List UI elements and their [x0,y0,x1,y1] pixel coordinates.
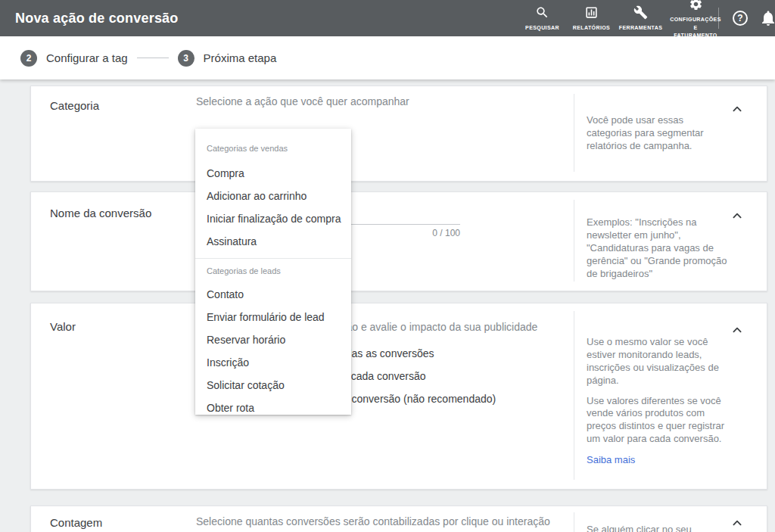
dropdown-item-solicitar-cotacao[interactable]: Solicitar cotação [195,374,351,397]
help-button[interactable]: ? [731,9,749,27]
help-icon: ? [731,17,749,30]
page-title: Nova ação de conversão [15,0,179,36]
settings-icon [689,0,703,14]
char-counter: 0 / 100 [392,228,460,238]
chevron-up-icon [729,213,745,226]
step-connector [137,58,169,58]
nav-divider [718,8,719,29]
contagem-collapse-button[interactable] [729,515,745,531]
step-configure-tag[interactable]: 2 Configurar a tag [20,50,128,67]
chevron-up-icon [729,107,745,120]
contagem-help-text: Se alguém clicar no seu [587,524,730,532]
dropdown-item-obter-rota[interactable]: Obter rota [195,397,351,415]
step-next[interactable]: 3 Próxima etapa [178,50,277,67]
search-icon [535,5,549,23]
valor-help-text-1: Use o mesmo valor se você estiver monito… [587,336,730,387]
dropdown-item-contato[interactable]: Contato [195,283,351,306]
panel-divider [574,311,574,480]
app-bar: Nova ação de conversão PESQUISAR RELATÓR… [0,0,775,36]
nav-settings-billing-label: CONFIGURAÇÕES E FATURAMENTO [670,16,721,41]
dropdown-item-enviar-formulario[interactable]: Enviar formulário de lead [195,306,351,328]
svg-text:?: ? [737,13,742,23]
dropdown-item-compra[interactable]: Compra [195,162,351,185]
valor-help-text-2: Use valores diferentes se você vende vár… [587,395,730,446]
saiba-mais-link[interactable]: Saiba mais [587,454,635,465]
notifications-button[interactable] [759,9,775,27]
card-nome-conversao: Nome da conversão 0 / 100 Exemplos: "Ins… [30,191,767,291]
dropdown-item-assinatura[interactable]: Assinatura [195,230,351,253]
dropdown-section-header: Categorias de vendas [207,141,351,156]
nav-search[interactable]: PESQUISAR [518,5,567,33]
notifications-icon [759,17,775,30]
contagem-label: Contagem [50,516,102,529]
nome-collapse-button[interactable] [729,207,745,224]
categoria-collapse-button[interactable] [729,101,745,117]
category-dropdown: Categorias de vendas Compra Adicionar ao… [195,129,351,415]
categoria-select[interactable]: Selecione a ação que você quer acompanha… [196,95,409,107]
step-3-label: Próxima etapa [204,51,277,64]
panel-divider [574,200,574,282]
nome-label: Nome da conversão [50,207,151,219]
step-2-circle: 2 [20,50,37,67]
card-categoria: Categoria Selecione a ação que você quer… [30,86,767,182]
dropdown-divider [195,258,351,259]
step-3-circle: 3 [178,50,195,67]
valor-collapse-button[interactable] [729,322,745,338]
nav-tools[interactable]: FERRAMENTAS [616,5,665,33]
dropdown-item-iniciar-finalizacao[interactable]: Iniciar finalização de compra [195,207,351,230]
chevron-up-icon [729,328,745,341]
panel-divider [574,94,574,172]
chevron-up-icon [729,521,745,532]
categoria-label: Categoria [50,99,99,112]
dropdown-item-inscricao[interactable]: Inscrição [195,351,351,374]
valor-label: Valor [50,320,76,333]
reports-icon [584,5,599,23]
nav-settings-billing[interactable]: CONFIGURAÇÕES E FATURAMENTO [665,0,726,40]
card-valor: Valor Atribua um valor para a conversão … [30,303,767,490]
dropdown-item-adicionar-carrinho[interactable]: Adicionar ao carrinho [195,185,351,207]
card-contagem: Contagem Selecione quantas conversões se… [30,506,767,532]
nav-reports[interactable]: RELATÓRIOS [567,5,616,33]
dropdown-item-reservar-horario[interactable]: Reservar horário [195,328,351,351]
nav-tools-label: FERRAMENTAS [619,24,663,33]
categoria-help-text: Você pode usar essas categorias para seg… [587,114,723,153]
nav-search-label: PESQUISAR [525,24,559,33]
nome-help-text: Exemplos: "Inscrições na newsletter em j… [587,216,735,280]
step-2-label: Configurar a tag [46,51,128,64]
dropdown-section-header: Categorias de leads [207,263,351,278]
nav-reports-label: RELATÓRIOS [573,24,610,33]
top-nav: PESQUISAR RELATÓRIOS FERRAMENTAS CONFIGU… [518,0,726,36]
contagem-description: Selecione quantas conversões serão conta… [196,515,550,527]
panel-divider [574,512,574,532]
tools-icon [633,5,648,23]
stepper: 2 Configurar a tag 3 Próxima etapa [0,36,775,79]
app-root: Nova ação de conversão PESQUISAR RELATÓR… [0,0,775,532]
